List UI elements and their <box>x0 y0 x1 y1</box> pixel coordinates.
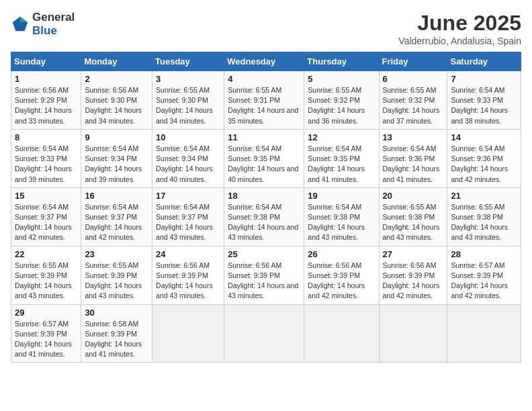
day-number: 23 <box>85 249 148 259</box>
calendar-cell-29: 29Sunrise: 6:57 AMSunset: 9:39 PMDayligh… <box>11 304 81 363</box>
day-number: 30 <box>85 308 148 318</box>
day-info: Sunrise: 6:56 AMSunset: 9:29 PMDaylight:… <box>15 86 72 125</box>
day-info: Sunrise: 6:54 AMSunset: 9:34 PMDaylight:… <box>85 144 142 183</box>
day-info: Sunrise: 6:56 AMSunset: 9:39 PMDaylight:… <box>228 261 298 300</box>
day-info: Sunrise: 6:54 AMSunset: 9:33 PMDaylight:… <box>451 86 508 125</box>
day-number: 4 <box>228 74 300 84</box>
day-number: 12 <box>308 132 375 142</box>
calendar-cell-10: 10Sunrise: 6:54 AMSunset: 9:34 PMDayligh… <box>152 129 224 187</box>
logo-blue: Blue <box>32 24 57 37</box>
day-number: 17 <box>156 191 220 201</box>
calendar-cell-13: 13Sunrise: 6:54 AMSunset: 9:36 PMDayligh… <box>379 129 447 187</box>
calendar-cell-5: 5Sunrise: 6:55 AMSunset: 9:32 PMDaylight… <box>304 71 379 130</box>
weekday-header-friday: Friday <box>379 52 447 71</box>
day-info: Sunrise: 6:56 AMSunset: 9:39 PMDaylight:… <box>308 261 365 300</box>
calendar-week-4: 22Sunrise: 6:55 AMSunset: 9:39 PMDayligh… <box>11 246 521 304</box>
calendar-cell-23: 23Sunrise: 6:55 AMSunset: 9:39 PMDayligh… <box>81 246 152 304</box>
day-number: 1 <box>15 74 77 84</box>
day-info: Sunrise: 6:55 AMSunset: 9:39 PMDaylight:… <box>85 261 142 300</box>
calendar-cell-28: 28Sunrise: 6:57 AMSunset: 9:39 PMDayligh… <box>447 246 521 304</box>
calendar-cell-empty <box>224 304 304 363</box>
calendar-cell-25: 25Sunrise: 6:56 AMSunset: 9:39 PMDayligh… <box>224 246 304 304</box>
weekday-header-tuesday: Tuesday <box>152 52 224 71</box>
calendar-week-3: 15Sunrise: 6:54 AMSunset: 9:37 PMDayligh… <box>11 187 521 246</box>
calendar-cell-24: 24Sunrise: 6:56 AMSunset: 9:39 PMDayligh… <box>152 246 224 304</box>
main-title: June 2025 <box>398 11 521 36</box>
day-number: 3 <box>156 74 220 84</box>
day-number: 24 <box>156 249 220 259</box>
title-area: June 2025 Valderrubio, Andalusia, Spain <box>398 11 521 46</box>
calendar-cell-8: 8Sunrise: 6:54 AMSunset: 9:33 PMDaylight… <box>11 129 81 187</box>
day-number: 5 <box>308 74 375 84</box>
day-number: 18 <box>228 191 300 201</box>
day-info: Sunrise: 6:54 AMSunset: 9:37 PMDaylight:… <box>156 203 213 242</box>
day-info: Sunrise: 6:54 AMSunset: 9:34 PMDaylight:… <box>156 144 213 183</box>
calendar-table: SundayMondayTuesdayWednesdayThursdayFrid… <box>11 52 521 363</box>
day-info: Sunrise: 6:55 AMSunset: 9:32 PMDaylight:… <box>383 86 440 125</box>
calendar-cell-empty <box>447 304 521 363</box>
day-info: Sunrise: 6:56 AMSunset: 9:30 PMDaylight:… <box>85 86 142 125</box>
day-info: Sunrise: 6:54 AMSunset: 9:36 PMDaylight:… <box>383 144 440 183</box>
calendar-cell-21: 21Sunrise: 6:55 AMSunset: 9:38 PMDayligh… <box>447 187 521 246</box>
svg-marker-1 <box>20 17 28 22</box>
calendar-week-1: 1Sunrise: 6:56 AMSunset: 9:29 PMDaylight… <box>11 71 521 130</box>
day-info: Sunrise: 6:54 AMSunset: 9:38 PMDaylight:… <box>228 203 298 242</box>
calendar-cell-2: 2Sunrise: 6:56 AMSunset: 9:30 PMDaylight… <box>81 71 152 130</box>
day-number: 10 <box>156 132 220 142</box>
day-info: Sunrise: 6:57 AMSunset: 9:39 PMDaylight:… <box>451 261 508 300</box>
calendar-cell-18: 18Sunrise: 6:54 AMSunset: 9:38 PMDayligh… <box>224 187 304 246</box>
calendar-cell-empty <box>379 304 447 363</box>
logo-general: General <box>32 11 75 24</box>
calendar-cell-9: 9Sunrise: 6:54 AMSunset: 9:34 PMDaylight… <box>81 129 152 187</box>
calendar-cell-11: 11Sunrise: 6:54 AMSunset: 9:35 PMDayligh… <box>224 129 304 187</box>
calendar-cell-1: 1Sunrise: 6:56 AMSunset: 9:29 PMDaylight… <box>11 71 81 130</box>
calendar-cell-3: 3Sunrise: 6:55 AMSunset: 9:30 PMDaylight… <box>152 71 224 130</box>
day-number: 13 <box>383 132 444 142</box>
weekday-header-saturday: Saturday <box>447 52 521 71</box>
day-number: 25 <box>228 249 300 259</box>
calendar-cell-16: 16Sunrise: 6:54 AMSunset: 9:37 PMDayligh… <box>81 187 152 246</box>
weekday-header-wednesday: Wednesday <box>224 52 304 71</box>
weekday-header-row: SundayMondayTuesdayWednesdayThursdayFrid… <box>11 52 521 71</box>
day-info: Sunrise: 6:54 AMSunset: 9:35 PMDaylight:… <box>308 144 365 183</box>
day-number: 19 <box>308 191 375 201</box>
day-number: 21 <box>451 191 517 201</box>
weekday-header-sunday: Sunday <box>11 52 81 71</box>
calendar-cell-27: 27Sunrise: 6:56 AMSunset: 9:39 PMDayligh… <box>379 246 447 304</box>
day-info: Sunrise: 6:54 AMSunset: 9:37 PMDaylight:… <box>85 203 142 242</box>
day-info: Sunrise: 6:55 AMSunset: 9:32 PMDaylight:… <box>308 86 365 125</box>
weekday-header-thursday: Thursday <box>304 52 379 71</box>
day-number: 28 <box>451 249 517 259</box>
calendar-cell-6: 6Sunrise: 6:55 AMSunset: 9:32 PMDaylight… <box>379 71 447 130</box>
day-number: 2 <box>85 74 148 84</box>
day-info: Sunrise: 6:56 AMSunset: 9:39 PMDaylight:… <box>383 261 440 300</box>
day-info: Sunrise: 6:58 AMSunset: 9:39 PMDaylight:… <box>85 320 142 359</box>
day-number: 9 <box>85 132 148 142</box>
calendar-cell-15: 15Sunrise: 6:54 AMSunset: 9:37 PMDayligh… <box>11 187 81 246</box>
day-info: Sunrise: 6:54 AMSunset: 9:36 PMDaylight:… <box>451 144 508 183</box>
calendar-cell-12: 12Sunrise: 6:54 AMSunset: 9:35 PMDayligh… <box>304 129 379 187</box>
day-info: Sunrise: 6:55 AMSunset: 9:38 PMDaylight:… <box>383 203 440 242</box>
day-info: Sunrise: 6:55 AMSunset: 9:38 PMDaylight:… <box>451 203 508 242</box>
calendar-cell-empty <box>304 304 379 363</box>
calendar-cell-22: 22Sunrise: 6:55 AMSunset: 9:39 PMDayligh… <box>11 246 81 304</box>
day-number: 14 <box>451 132 517 142</box>
day-number: 26 <box>308 249 375 259</box>
calendar-week-2: 8Sunrise: 6:54 AMSunset: 9:33 PMDaylight… <box>11 129 521 187</box>
day-number: 6 <box>383 74 444 84</box>
day-info: Sunrise: 6:54 AMSunset: 9:35 PMDaylight:… <box>228 144 298 183</box>
calendar-cell-empty <box>152 304 224 363</box>
calendar-cell-14: 14Sunrise: 6:54 AMSunset: 9:36 PMDayligh… <box>447 129 521 187</box>
calendar-cell-26: 26Sunrise: 6:56 AMSunset: 9:39 PMDayligh… <box>304 246 379 304</box>
calendar-week-5: 29Sunrise: 6:57 AMSunset: 9:39 PMDayligh… <box>11 304 521 363</box>
calendar-cell-7: 7Sunrise: 6:54 AMSunset: 9:33 PMDaylight… <box>447 71 521 130</box>
day-info: Sunrise: 6:55 AMSunset: 9:31 PMDaylight:… <box>228 86 298 125</box>
logo-text: General Blue <box>32 11 75 38</box>
page-header: General Blue June 2025 Valderrubio, Anda… <box>11 11 521 46</box>
day-number: 27 <box>383 249 444 259</box>
day-info: Sunrise: 6:57 AMSunset: 9:39 PMDaylight:… <box>15 320 72 359</box>
day-number: 22 <box>15 249 77 259</box>
calendar-cell-19: 19Sunrise: 6:54 AMSunset: 9:38 PMDayligh… <box>304 187 379 246</box>
day-info: Sunrise: 6:54 AMSunset: 9:37 PMDaylight:… <box>15 203 72 242</box>
day-info: Sunrise: 6:54 AMSunset: 9:33 PMDaylight:… <box>15 144 72 183</box>
